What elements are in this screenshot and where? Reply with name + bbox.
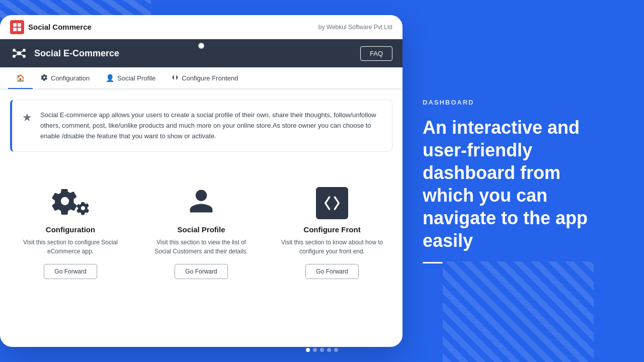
tab-configure-frontend[interactable]: Configure Frontend <box>164 68 246 89</box>
app-subtitle: by Webkul Software Pvt Ltd <box>318 24 392 31</box>
tab-social-profile-label: Social Profile <box>117 74 155 82</box>
star-icon: ★ <box>22 111 32 124</box>
configure-front-card: Configure Front Visit this section to kn… <box>272 177 392 289</box>
main-card: Social Commerce by Webkul Software Pvt L… <box>0 15 403 347</box>
nav-brand-name: Social E-Commerce <box>34 48 119 59</box>
tab-nav: 🏠 Configuration 👤 Social Profile Configu… <box>0 67 403 89</box>
pagination <box>306 348 338 352</box>
info-box: ★ Social E-commerce app allows your user… <box>10 100 392 152</box>
info-text: Social E-commerce app allows your users … <box>40 110 382 141</box>
social-profile-go-forward-button[interactable]: Go Forward <box>175 264 227 279</box>
home-icon: 🏠 <box>16 74 25 82</box>
configuration-go-forward-button[interactable]: Go Forward <box>44 264 97 279</box>
configuration-card: Configuration Visit this section to conf… <box>10 177 131 289</box>
pagination-dot-5[interactable] <box>334 348 338 352</box>
configuration-card-title: Configuration <box>46 225 95 234</box>
tab-social-profile[interactable]: 👤 Social Profile <box>98 68 164 89</box>
feature-cards-section: Configuration Visit this section to conf… <box>0 167 403 299</box>
app-title: Social Commerce <box>28 23 92 31</box>
faq-button[interactable]: FAQ <box>360 46 392 61</box>
app-logo <box>10 20 24 34</box>
configure-front-card-title: Configure Front <box>303 225 360 234</box>
social-profile-card: Social Profile Visit this section to vie… <box>141 177 262 289</box>
nav-brand: Social E-Commerce <box>10 44 119 62</box>
dashboard-label: DASHBOARD <box>423 99 614 106</box>
pagination-dot-2[interactable] <box>313 348 317 352</box>
dashboard-divider <box>423 262 443 263</box>
code-icon <box>172 74 179 82</box>
pagination-dot-4[interactable] <box>327 348 331 352</box>
person-icon: 👤 <box>106 74 114 82</box>
configuration-icon <box>51 187 90 219</box>
tab-configuration-label: Configuration <box>51 74 90 82</box>
app-header-left: Social Commerce <box>10 20 92 34</box>
pagination-dot-1[interactable] <box>306 348 310 352</box>
bottom-curve <box>30 322 332 347</box>
dashboard-headline: An interactive and user-friendly dashboa… <box>423 116 614 252</box>
configure-front-card-desc: Visit this section to know about how to … <box>280 238 384 256</box>
social-profile-card-desc: Visit this section to view the list of S… <box>149 238 254 256</box>
social-profile-icon <box>187 187 215 219</box>
top-indicator <box>198 43 204 49</box>
configuration-card-desc: Visit this section to configure Social e… <box>18 238 123 256</box>
tab-home[interactable]: 🏠 <box>8 68 33 89</box>
tab-configuration[interactable]: Configuration <box>33 68 98 89</box>
app-header: Social Commerce by Webkul Software Pvt L… <box>0 15 403 39</box>
configure-front-icon-box <box>316 187 348 219</box>
right-panel: DASHBOARD An interactive and user-friend… <box>403 0 644 362</box>
config-icon <box>41 74 48 82</box>
configure-front-go-forward-button[interactable]: Go Forward <box>305 264 358 279</box>
nav-logo-icon <box>10 44 28 62</box>
tab-configure-frontend-label: Configure Frontend <box>182 74 238 82</box>
pagination-dot-3[interactable] <box>320 348 324 352</box>
social-profile-card-title: Social Profile <box>177 225 225 234</box>
